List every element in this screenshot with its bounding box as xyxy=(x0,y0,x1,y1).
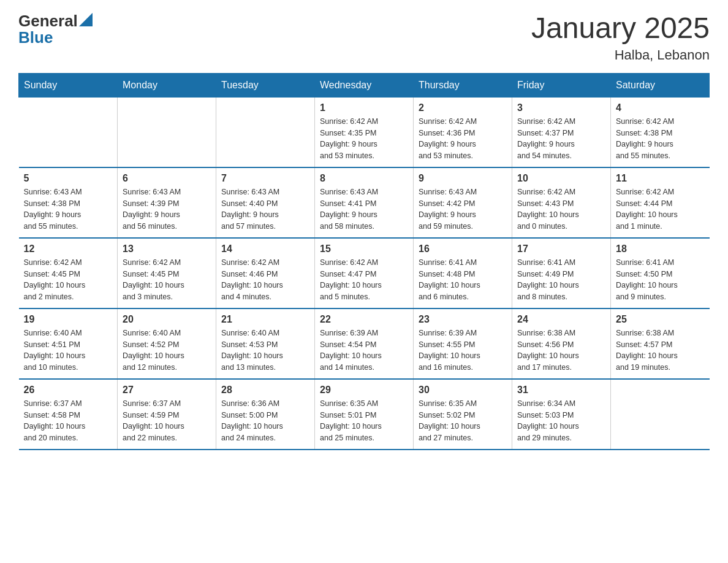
calendar-header: SundayMondayTuesdayWednesdayThursdayFrid… xyxy=(19,73,710,97)
logo-blue: Blue xyxy=(18,29,93,47)
day-number: 3 xyxy=(517,102,605,113)
day-number: 28 xyxy=(221,385,309,396)
day-cell xyxy=(216,97,315,167)
day-cell: 24Sunrise: 6:38 AM Sunset: 4:56 PM Dayli… xyxy=(512,308,611,379)
header: General Blue January 2025 Halba, Lebanon xyxy=(18,12,710,63)
day-cell: 15Sunrise: 6:42 AM Sunset: 4:47 PM Dayli… xyxy=(315,238,414,308)
calendar-body: 1Sunrise: 6:42 AM Sunset: 4:35 PM Daylig… xyxy=(19,97,710,450)
day-number: 26 xyxy=(24,385,113,396)
day-number: 15 xyxy=(320,243,408,255)
day-cell: 17Sunrise: 6:41 AM Sunset: 4:49 PM Dayli… xyxy=(512,238,611,308)
header-cell-saturday: Saturday xyxy=(611,73,710,97)
day-cell: 9Sunrise: 6:43 AM Sunset: 4:42 PM Daylig… xyxy=(414,167,512,238)
day-number: 23 xyxy=(419,314,507,325)
day-cell: 12Sunrise: 6:42 AM Sunset: 4:45 PM Dayli… xyxy=(19,238,118,308)
day-number: 30 xyxy=(419,385,507,396)
day-info: Sunrise: 6:43 AM Sunset: 4:42 PM Dayligh… xyxy=(419,186,507,232)
day-number: 10 xyxy=(517,173,605,184)
logo: General Blue xyxy=(18,12,93,46)
day-info: Sunrise: 6:37 AM Sunset: 4:59 PM Dayligh… xyxy=(123,398,211,444)
day-number: 29 xyxy=(320,385,408,396)
main-title: January 2025 xyxy=(531,12,710,45)
week-row-4: 19Sunrise: 6:40 AM Sunset: 4:51 PM Dayli… xyxy=(19,308,710,379)
day-cell: 22Sunrise: 6:39 AM Sunset: 4:54 PM Dayli… xyxy=(315,308,414,379)
day-cell xyxy=(611,379,710,450)
day-cell: 1Sunrise: 6:42 AM Sunset: 4:35 PM Daylig… xyxy=(315,97,414,167)
day-info: Sunrise: 6:42 AM Sunset: 4:36 PM Dayligh… xyxy=(419,116,507,162)
header-row: SundayMondayTuesdayWednesdayThursdayFrid… xyxy=(19,73,710,97)
day-info: Sunrise: 6:42 AM Sunset: 4:46 PM Dayligh… xyxy=(221,257,309,303)
day-number: 11 xyxy=(616,173,705,184)
day-info: Sunrise: 6:42 AM Sunset: 4:38 PM Dayligh… xyxy=(616,116,705,162)
week-row-5: 26Sunrise: 6:37 AM Sunset: 4:58 PM Dayli… xyxy=(19,379,710,450)
day-number: 19 xyxy=(24,314,113,325)
day-number: 2 xyxy=(419,102,507,113)
day-info: Sunrise: 6:42 AM Sunset: 4:45 PM Dayligh… xyxy=(123,257,211,303)
day-cell: 5Sunrise: 6:43 AM Sunset: 4:38 PM Daylig… xyxy=(19,167,118,238)
day-cell: 27Sunrise: 6:37 AM Sunset: 4:59 PM Dayli… xyxy=(118,379,216,450)
day-cell: 25Sunrise: 6:38 AM Sunset: 4:57 PM Dayli… xyxy=(611,308,710,379)
header-cell-monday: Monday xyxy=(118,73,216,97)
location: Halba, Lebanon xyxy=(531,47,710,63)
day-number: 31 xyxy=(517,385,605,396)
day-cell xyxy=(19,97,118,167)
day-cell: 18Sunrise: 6:41 AM Sunset: 4:50 PM Dayli… xyxy=(611,238,710,308)
day-cell: 21Sunrise: 6:40 AM Sunset: 4:53 PM Dayli… xyxy=(216,308,315,379)
svg-marker-0 xyxy=(79,13,93,26)
week-row-2: 5Sunrise: 6:43 AM Sunset: 4:38 PM Daylig… xyxy=(19,167,710,238)
day-info: Sunrise: 6:41 AM Sunset: 4:48 PM Dayligh… xyxy=(419,257,507,303)
day-cell: 23Sunrise: 6:39 AM Sunset: 4:55 PM Dayli… xyxy=(414,308,512,379)
logo-general: General xyxy=(18,12,78,30)
day-cell: 4Sunrise: 6:42 AM Sunset: 4:38 PM Daylig… xyxy=(611,97,710,167)
logo-icon xyxy=(79,13,93,26)
day-cell: 8Sunrise: 6:43 AM Sunset: 4:41 PM Daylig… xyxy=(315,167,414,238)
day-cell xyxy=(118,97,216,167)
title-block: January 2025 Halba, Lebanon xyxy=(531,12,710,63)
day-info: Sunrise: 6:42 AM Sunset: 4:37 PM Dayligh… xyxy=(517,116,605,162)
day-info: Sunrise: 6:41 AM Sunset: 4:49 PM Dayligh… xyxy=(517,257,605,303)
day-info: Sunrise: 6:39 AM Sunset: 4:55 PM Dayligh… xyxy=(419,327,507,373)
day-cell: 14Sunrise: 6:42 AM Sunset: 4:46 PM Dayli… xyxy=(216,238,315,308)
day-number: 8 xyxy=(320,173,408,184)
day-cell: 26Sunrise: 6:37 AM Sunset: 4:58 PM Dayli… xyxy=(19,379,118,450)
day-info: Sunrise: 6:43 AM Sunset: 4:38 PM Dayligh… xyxy=(24,186,113,232)
day-cell: 7Sunrise: 6:43 AM Sunset: 4:40 PM Daylig… xyxy=(216,167,315,238)
day-number: 27 xyxy=(123,385,211,396)
week-row-1: 1Sunrise: 6:42 AM Sunset: 4:35 PM Daylig… xyxy=(19,97,710,167)
day-number: 17 xyxy=(517,243,605,255)
day-cell: 29Sunrise: 6:35 AM Sunset: 5:01 PM Dayli… xyxy=(315,379,414,450)
day-info: Sunrise: 6:42 AM Sunset: 4:44 PM Dayligh… xyxy=(616,186,705,232)
header-cell-sunday: Sunday xyxy=(19,73,118,97)
day-info: Sunrise: 6:38 AM Sunset: 4:57 PM Dayligh… xyxy=(616,327,705,373)
day-info: Sunrise: 6:35 AM Sunset: 5:01 PM Dayligh… xyxy=(320,398,408,444)
day-number: 20 xyxy=(123,314,211,325)
day-info: Sunrise: 6:34 AM Sunset: 5:03 PM Dayligh… xyxy=(517,398,605,444)
day-number: 13 xyxy=(123,243,211,255)
day-number: 24 xyxy=(517,314,605,325)
day-number: 6 xyxy=(123,173,211,184)
day-number: 5 xyxy=(24,173,113,184)
day-info: Sunrise: 6:43 AM Sunset: 4:41 PM Dayligh… xyxy=(320,186,408,232)
day-info: Sunrise: 6:38 AM Sunset: 4:56 PM Dayligh… xyxy=(517,327,605,373)
day-cell: 11Sunrise: 6:42 AM Sunset: 4:44 PM Dayli… xyxy=(611,167,710,238)
day-number: 21 xyxy=(221,314,309,325)
day-number: 25 xyxy=(616,314,705,325)
day-number: 22 xyxy=(320,314,408,325)
day-cell: 6Sunrise: 6:43 AM Sunset: 4:39 PM Daylig… xyxy=(118,167,216,238)
day-number: 12 xyxy=(24,243,113,255)
day-info: Sunrise: 6:43 AM Sunset: 4:40 PM Dayligh… xyxy=(221,186,309,232)
day-cell: 28Sunrise: 6:36 AM Sunset: 5:00 PM Dayli… xyxy=(216,379,315,450)
day-info: Sunrise: 6:40 AM Sunset: 4:52 PM Dayligh… xyxy=(123,327,211,373)
day-cell: 19Sunrise: 6:40 AM Sunset: 4:51 PM Dayli… xyxy=(19,308,118,379)
day-number: 1 xyxy=(320,102,408,113)
day-number: 18 xyxy=(616,243,705,255)
header-cell-wednesday: Wednesday xyxy=(315,73,414,97)
day-info: Sunrise: 6:40 AM Sunset: 4:51 PM Dayligh… xyxy=(24,327,113,373)
day-number: 14 xyxy=(221,243,309,255)
day-info: Sunrise: 6:42 AM Sunset: 4:45 PM Dayligh… xyxy=(24,257,113,303)
day-number: 16 xyxy=(419,243,507,255)
day-info: Sunrise: 6:36 AM Sunset: 5:00 PM Dayligh… xyxy=(221,398,309,444)
day-number: 4 xyxy=(616,102,705,113)
week-row-3: 12Sunrise: 6:42 AM Sunset: 4:45 PM Dayli… xyxy=(19,238,710,308)
header-cell-thursday: Thursday xyxy=(414,73,512,97)
